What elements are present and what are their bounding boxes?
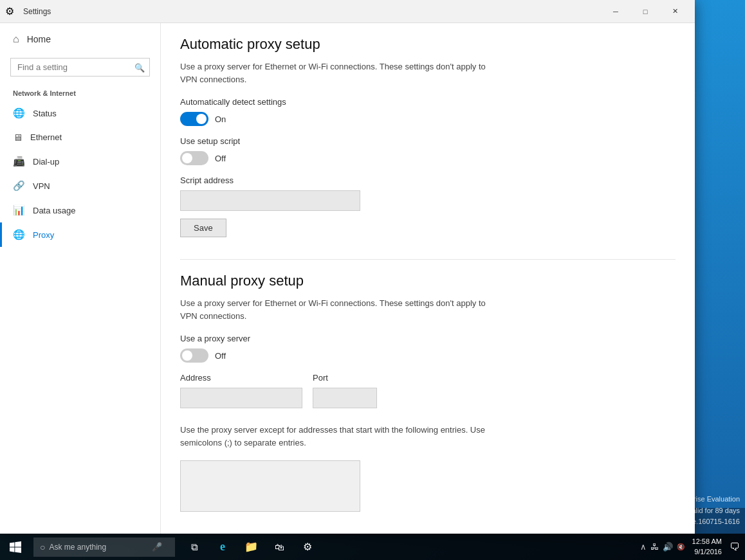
taskbar-apps: ⧉ e 📁 🛍 ⚙ xyxy=(180,534,322,560)
use-proxy-toggle-row: Off xyxy=(180,348,676,363)
sidebar-item-ethernet-label: Ethernet xyxy=(30,132,62,142)
manual-proxy-title: Manual proxy setup xyxy=(180,273,676,289)
sidebar-item-ethernet[interactable]: 🖥 Ethernet xyxy=(0,125,160,149)
system-tray: ∧ 🖧 🔊 🔇 xyxy=(640,542,685,552)
taskbar-edge-button[interactable]: e xyxy=(208,534,237,560)
dialup-icon: 📠 xyxy=(13,156,25,167)
taskbar: ○ 🎤 ⧉ e 📁 🛍 ⚙ ∧ 🖧 🔊 🔇 12:58 AM 9/1 xyxy=(0,534,745,560)
home-icon: ⌂ xyxy=(13,33,19,45)
title-bar: ⚙ Settings ─ □ ✕ xyxy=(0,0,695,23)
exceptions-textarea[interactable] xyxy=(180,460,360,512)
store-icon: 🛍 xyxy=(275,541,284,552)
address-port-row: Address Port xyxy=(180,373,676,416)
sidebar: ⌂ Home 🔍 Network & Internet 🌐 Status 🖥 E… xyxy=(0,23,161,534)
main-content: Automatic proxy setup Use a proxy server… xyxy=(161,23,695,534)
sidebar-item-datausage[interactable]: 📊 Data usage xyxy=(0,198,160,222)
use-script-toggle[interactable] xyxy=(180,151,208,165)
auto-detect-state: On xyxy=(215,114,226,124)
taskbar-settings-button[interactable]: ⚙ xyxy=(293,534,322,560)
microphone-icon[interactable]: 🎤 xyxy=(152,542,162,552)
use-proxy-toggle[interactable] xyxy=(180,348,208,363)
auto-proxy-title: Automatic proxy setup xyxy=(180,36,676,53)
sidebar-item-vpn[interactable]: 🔗 VPN xyxy=(0,174,160,198)
content-area: ⌂ Home 🔍 Network & Internet 🌐 Status 🖥 E… xyxy=(0,23,695,534)
ethernet-icon: 🖥 xyxy=(13,132,23,143)
taskview-icon: ⧉ xyxy=(191,541,198,553)
sidebar-item-dialup-label: Dial-up xyxy=(33,157,59,167)
auto-proxy-desc: Use a proxy server for Ethernet or Wi-Fi… xyxy=(180,60,502,86)
script-address-label: Script address xyxy=(180,176,676,185)
sidebar-item-proxy-label: Proxy xyxy=(33,230,54,240)
sidebar-item-vpn-label: VPN xyxy=(33,181,50,191)
maximize-button[interactable]: □ xyxy=(630,0,660,23)
settings-taskbar-icon: ⚙ xyxy=(303,541,312,553)
status-icon: 🌐 xyxy=(13,107,25,119)
taskbar-right: ∧ 🖧 🔊 🔇 12:58 AM 9/1/2016 🗨 xyxy=(640,537,745,557)
use-script-toggle-row: Off xyxy=(180,151,676,165)
speaker-mute-icon[interactable]: 🔇 xyxy=(677,543,685,550)
use-script-state: Off xyxy=(215,154,226,163)
save-button[interactable]: Save xyxy=(180,219,226,237)
sidebar-home-label: Home xyxy=(27,34,51,44)
start-button[interactable] xyxy=(0,534,31,560)
sidebar-item-dialup[interactable]: 📠 Dial-up xyxy=(0,149,160,174)
auto-detect-knob xyxy=(196,114,207,124)
notification-icon[interactable]: 🗨 xyxy=(730,541,740,553)
minimize-button[interactable]: ─ xyxy=(601,0,630,23)
use-proxy-label: Use a proxy server xyxy=(180,334,676,343)
taskbar-explorer-button[interactable]: 📁 xyxy=(237,534,265,560)
settings-window: ⚙ Settings ─ □ ✕ ⌂ Home 🔍 Network & Inte… xyxy=(0,0,695,534)
sidebar-item-proxy[interactable]: 🌐 Proxy xyxy=(0,222,160,247)
taskbar-store-button[interactable]: 🛍 xyxy=(265,534,293,560)
auto-detect-label: Automatically detect settings xyxy=(180,97,676,107)
chevron-up-icon[interactable]: ∧ xyxy=(640,542,647,552)
window-controls: ─ □ ✕ xyxy=(601,0,690,23)
auto-detect-toggle-row: On xyxy=(180,112,676,126)
explorer-icon: 📁 xyxy=(244,540,258,554)
port-input[interactable] xyxy=(313,388,377,408)
manual-proxy-desc: Use a proxy server for Ethernet or Wi-Fi… xyxy=(180,297,502,322)
address-label: Address xyxy=(180,373,302,383)
use-proxy-state: Off xyxy=(215,351,226,361)
edge-icon: e xyxy=(220,540,225,554)
volume-icon[interactable]: 🔊 xyxy=(663,542,673,552)
sidebar-section-title: Network & Internet xyxy=(0,84,160,101)
vpn-icon: 🔗 xyxy=(13,180,25,192)
settings-icon: ⚙ xyxy=(5,5,18,18)
exceptions-desc: Use the proxy server except for addresse… xyxy=(180,424,502,449)
sidebar-item-status[interactable]: 🌐 Status xyxy=(0,101,160,125)
cortana-circle-icon: ○ xyxy=(40,542,45,552)
taskbar-search-box[interactable]: ○ 🎤 xyxy=(33,537,175,557)
sidebar-item-datausage-label: Data usage xyxy=(33,206,76,215)
search-input[interactable] xyxy=(10,58,150,77)
clock-date: 9/1/2016 xyxy=(692,547,722,557)
address-input[interactable] xyxy=(180,388,302,408)
network-icon[interactable]: 🖧 xyxy=(650,542,659,552)
datausage-icon: 📊 xyxy=(13,204,25,216)
taskbar-search-input[interactable] xyxy=(49,543,152,552)
address-group: Address xyxy=(180,373,302,416)
port-label: Port xyxy=(313,373,377,383)
taskbar-taskview-button[interactable]: ⧉ xyxy=(180,534,208,560)
port-group: Port xyxy=(313,373,377,416)
auto-detect-toggle[interactable] xyxy=(180,112,208,126)
section-divider xyxy=(180,259,676,260)
win-panel xyxy=(694,0,745,508)
sidebar-home[interactable]: ⌂ Home xyxy=(0,23,160,55)
taskbar-clock[interactable]: 12:58 AM 9/1/2016 xyxy=(687,537,727,557)
script-address-input[interactable] xyxy=(180,190,360,211)
sidebar-item-status-label: Status xyxy=(33,109,57,118)
clock-time: 12:58 AM xyxy=(692,537,722,546)
proxy-icon: 🌐 xyxy=(13,229,25,240)
close-button[interactable]: ✕ xyxy=(660,0,690,23)
search-icon: 🔍 xyxy=(134,62,145,72)
use-script-knob xyxy=(182,153,192,163)
windows-logo-icon xyxy=(10,541,21,553)
use-script-label: Use setup script xyxy=(180,136,676,146)
title-bar-text: Settings xyxy=(23,7,601,16)
use-proxy-knob xyxy=(182,350,192,361)
search-box: 🔍 xyxy=(10,58,150,77)
